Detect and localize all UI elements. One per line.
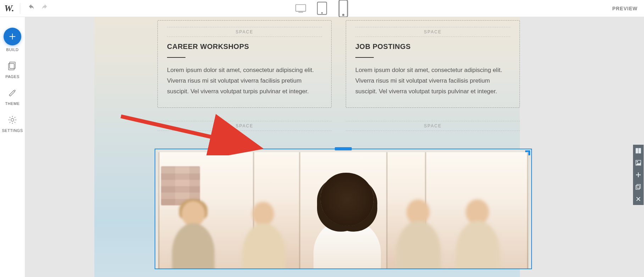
canvas[interactable]: SPACE CAREER WORKSHOPS Lorem ipsum dolor… <box>25 17 644 277</box>
element-toolbar <box>633 145 644 205</box>
photo-placeholder <box>158 152 528 268</box>
space-row: SPACE SPACE <box>157 121 520 131</box>
logo[interactable]: W. <box>4 3 20 14</box>
card-text[interactable]: Lorem ipsum dolor sit amet, consectetur … <box>167 65 322 97</box>
svg-rect-13 <box>637 184 640 188</box>
delete-icon[interactable] <box>633 193 644 205</box>
undo-icon[interactable] <box>27 4 35 13</box>
add-icon[interactable] <box>4 28 21 45</box>
topbar: W. PREVIEW <box>0 0 644 17</box>
space-placeholder[interactable]: SPACE <box>355 27 510 37</box>
redo-icon[interactable] <box>41 4 49 13</box>
device-mobile-icon[interactable] <box>338 4 349 13</box>
sidebar-theme-label: THEME <box>5 101 20 106</box>
card-text[interactable]: Lorem ipsum dolor sit amet, consectetur … <box>355 65 510 97</box>
undo-redo-group <box>27 4 49 13</box>
image-icon[interactable] <box>633 157 644 169</box>
lower-area: BUILD PAGES THEME SETTINGS SPACE <box>0 17 644 277</box>
move-icon[interactable] <box>633 169 644 181</box>
sidebar-build[interactable]: BUILD <box>4 28 21 52</box>
space-placeholder[interactable]: SPACE <box>157 121 332 131</box>
device-tablet-icon[interactable] <box>316 4 328 13</box>
card-job-postings[interactable]: SPACE JOB POSTINGS Lorem ipsum dolor sit… <box>346 20 520 108</box>
cards-row: SPACE CAREER WORKSHOPS Lorem ipsum dolor… <box>157 20 520 108</box>
pages-icon <box>7 61 17 72</box>
sidebar-pages-label: PAGES <box>5 74 20 79</box>
svg-point-12 <box>637 161 638 162</box>
card-divider <box>167 57 185 58</box>
svg-rect-0 <box>296 5 306 11</box>
card-career-workshops[interactable]: SPACE CAREER WORKSHOPS Lorem ipsum dolor… <box>157 20 332 108</box>
space-placeholder[interactable]: SPACE <box>167 27 322 37</box>
section-image[interactable] <box>158 152 528 268</box>
topbar-left: W. <box>4 3 49 14</box>
preview-button[interactable]: PREVIEW <box>612 6 640 11</box>
sidebar-pages[interactable]: PAGES <box>5 61 20 79</box>
svg-rect-10 <box>639 148 641 153</box>
layout-icon[interactable] <box>633 145 644 157</box>
svg-point-7 <box>11 118 14 121</box>
settings-icon <box>7 115 17 126</box>
card-title[interactable]: JOB POSTINGS <box>355 43 510 51</box>
sidebar-theme[interactable]: THEME <box>5 88 20 106</box>
svg-point-2 <box>322 12 322 13</box>
resize-handle-top[interactable] <box>335 147 352 150</box>
device-switcher <box>295 4 349 13</box>
page-background: SPACE CAREER WORKSHOPS Lorem ipsum dolor… <box>94 17 520 277</box>
sidebar-settings[interactable]: SETTINGS <box>2 115 23 133</box>
svg-rect-14 <box>636 185 639 189</box>
sidebar-settings-label: SETTINGS <box>2 128 23 133</box>
card-title[interactable]: CAREER WORKSHOPS <box>167 43 322 51</box>
sidebar: BUILD PAGES THEME SETTINGS <box>0 17 25 277</box>
selected-section[interactable]: × <box>155 149 532 269</box>
card-divider <box>355 57 374 58</box>
svg-point-4 <box>343 14 344 15</box>
sidebar-build-label: BUILD <box>6 48 19 52</box>
space-placeholder[interactable]: SPACE <box>346 121 520 131</box>
svg-rect-9 <box>636 148 638 153</box>
copy-icon[interactable] <box>633 181 644 193</box>
theme-icon <box>7 88 17 99</box>
device-desktop-icon[interactable] <box>295 4 306 13</box>
